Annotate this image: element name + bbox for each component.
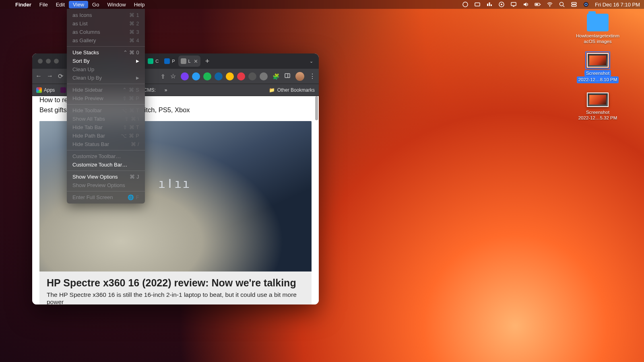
menu-item: Hide Preview⇧ ⌘ P xyxy=(67,94,145,103)
shortcut-label: ⇧ ⌘ T xyxy=(123,124,139,130)
new-tab-button[interactable]: + xyxy=(202,57,213,66)
svg-point-0 xyxy=(463,2,468,7)
chevron-right-icon: ▶ xyxy=(136,59,139,63)
menu-go[interactable]: Go xyxy=(88,1,103,8)
app-menu[interactable]: Finder xyxy=(11,1,35,8)
shortcut-label: ⌘ 4 xyxy=(129,37,139,43)
svg-rect-10 xyxy=(572,2,576,4)
reload-button[interactable]: ⟳ xyxy=(58,72,63,80)
svg-rect-1 xyxy=(475,3,480,6)
bookmarks-overflow[interactable]: » xyxy=(165,87,167,93)
folder-icon: 📁 xyxy=(269,87,275,93)
shortcut-label: ⌃ ⌘ S xyxy=(122,87,139,93)
desktop-folder[interactable]: HowtoenlargetextinmacOS images xyxy=(576,14,620,45)
chrome-menu-icon[interactable]: ⋮ xyxy=(309,72,316,80)
menu-item: Clean Up By▶ xyxy=(67,74,145,82)
share-icon[interactable]: ⇪ xyxy=(161,73,165,80)
menu-item: Customize Toolbar… xyxy=(67,152,145,160)
menu-item: Show Preview Options xyxy=(67,181,145,189)
scrollbar-thumb[interactable] xyxy=(315,96,318,120)
menu-window[interactable]: Window xyxy=(103,1,130,8)
shortcut-label: ⌥ ⌘ P xyxy=(121,133,139,139)
folder-icon xyxy=(587,14,609,31)
apps-shortcut[interactable]: Apps xyxy=(36,87,55,93)
image-thumbnail xyxy=(587,53,609,68)
clock[interactable]: Fri Dec 16 7:10 PM xyxy=(595,2,640,8)
window-controls[interactable] xyxy=(38,59,59,64)
shortcut-label: ⌘ J xyxy=(130,174,139,180)
sidepanel-icon[interactable] xyxy=(284,72,291,80)
browser-tab[interactable]: C xyxy=(145,56,161,67)
menu-item: Show All Tabs⇧ ⌘ \ xyxy=(67,115,145,123)
extension-icon[interactable] xyxy=(181,72,189,80)
profile-avatar[interactable] xyxy=(295,72,304,81)
shortcut-label: ⌃ ⌘ 0 xyxy=(123,49,139,56)
menu-help[interactable]: Help xyxy=(130,1,149,8)
svg-point-9 xyxy=(560,2,564,6)
shortcut-label: ⇧ ⌘ P xyxy=(122,95,139,101)
desktop-screenshot[interactable]: Screenshot 2022-12…8.10 PM xyxy=(576,53,620,83)
browser-tab[interactable]: P xyxy=(162,56,177,67)
back-button[interactable]: ← xyxy=(35,72,42,80)
display-icon[interactable] xyxy=(510,1,517,8)
menu-item: as Columns⌘ 3 xyxy=(67,28,145,36)
extension-icon[interactable] xyxy=(237,72,245,80)
shortcut-label: ⌘ 3 xyxy=(129,29,139,35)
menu-bar: Finder File Edit View Go Window Help Fri… xyxy=(0,0,644,9)
status-icon[interactable] xyxy=(474,1,481,8)
menu-item: Clean Up xyxy=(67,65,145,74)
other-bookmarks[interactable]: 📁 Other Bookmarks xyxy=(269,87,315,93)
forward-button[interactable]: → xyxy=(47,72,53,80)
status-icon[interactable] xyxy=(498,1,505,8)
svg-point-8 xyxy=(549,6,550,7)
close-tab-icon[interactable]: ✕ xyxy=(194,58,198,64)
spotlight-icon[interactable] xyxy=(559,1,565,8)
menu-item: Hide Toolbar⌥ ⌘ T xyxy=(67,106,145,115)
bookmark-star-icon[interactable]: ☆ xyxy=(170,72,176,80)
menu-item[interactable]: Sort By▶ xyxy=(67,57,145,65)
chevron-right-icon: ▶ xyxy=(136,76,139,80)
tabs-dropdown[interactable]: ⌄ xyxy=(307,59,316,64)
favicon xyxy=(181,58,186,64)
svg-rect-11 xyxy=(572,5,576,6)
menu-view[interactable]: View xyxy=(69,1,88,8)
menu-item: Enter Full Screen🌐 F xyxy=(67,193,145,202)
shortcut-label: ⌥ ⌘ T xyxy=(121,107,139,113)
hero-title: HP Spectre x360 16 (2022) review: Now we… xyxy=(47,277,304,289)
wifi-icon[interactable] xyxy=(547,1,553,8)
extension-icon[interactable] xyxy=(215,72,223,80)
status-icon[interactable] xyxy=(486,1,493,8)
status-icon[interactable] xyxy=(462,1,469,8)
browser-tab[interactable]: L✕ xyxy=(178,56,200,67)
control-center-icon[interactable] xyxy=(571,1,577,8)
svg-point-12 xyxy=(584,2,588,7)
svg-rect-14 xyxy=(285,74,290,78)
tab-label: P xyxy=(172,59,175,64)
shortcut-label: ⌘ 1 xyxy=(129,12,139,18)
shortcut-label: 🌐 F xyxy=(128,194,139,200)
shortcut-label: ⌘ 2 xyxy=(129,21,139,27)
shortcut-label: ⌘ / xyxy=(131,141,139,147)
tab-label: L xyxy=(188,59,191,64)
extension-icon[interactable] xyxy=(203,72,211,80)
extension-icon[interactable] xyxy=(260,72,268,80)
extension-icon[interactable] xyxy=(226,72,234,80)
battery-icon[interactable] xyxy=(535,1,541,8)
menu-file[interactable]: File xyxy=(35,1,52,8)
menu-item: Hide Path Bar⌥ ⌘ P xyxy=(67,132,145,140)
extensions-icon[interactable]: 🧩 xyxy=(272,73,279,80)
menu-item: as Gallery⌘ 4 xyxy=(67,36,145,45)
svg-rect-4 xyxy=(511,2,516,6)
bookmark-item[interactable] xyxy=(60,87,66,93)
menu-item[interactable]: Show View Options⌘ J xyxy=(67,173,145,181)
desktop-screenshot[interactable]: Screenshot 2022-12…5.32 PM xyxy=(576,93,620,121)
sound-icon[interactable] xyxy=(522,1,529,8)
image-thumbnail xyxy=(587,93,609,107)
menu-edit[interactable]: Edit xyxy=(52,1,69,8)
menu-item[interactable]: Use Stacks⌃ ⌘ 0 xyxy=(67,48,145,57)
extension-icon[interactable] xyxy=(248,72,256,80)
extension-icon[interactable] xyxy=(192,72,200,80)
svg-point-3 xyxy=(501,4,502,5)
menu-item[interactable]: Customize Touch Bar… xyxy=(67,160,145,169)
siri-icon[interactable] xyxy=(583,1,589,8)
